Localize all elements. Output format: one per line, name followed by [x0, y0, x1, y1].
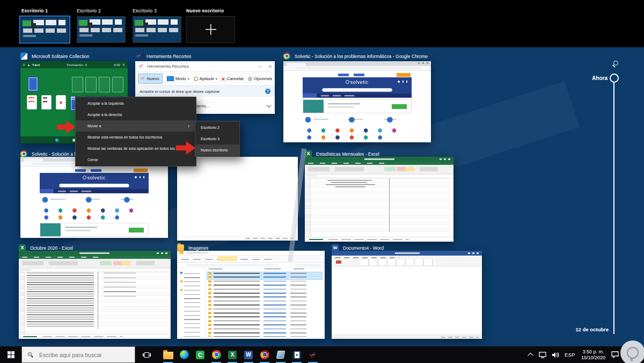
chrome-mid-window-thumbnail[interactable]: solvetic: [20, 157, 168, 238]
volume-button[interactable]: [549, 346, 562, 363]
menu-item-show-window-all-desktops[interactable]: Mostrar esta ventana en todos los escrit…: [76, 132, 196, 143]
taskbar-3d-viewer[interactable]: [273, 346, 289, 363]
desktop-3-thumbnail[interactable]: [133, 16, 181, 43]
network-icon: [539, 352, 546, 358]
word-title: Documento4 - Word: [343, 245, 384, 251]
taskbar-solitaire[interactable]: ♠: [289, 346, 305, 363]
new-game-icon: [55, 139, 58, 142]
sheet-tabs: [19, 334, 171, 339]
new-desktop-button[interactable]: [186, 16, 235, 43]
site-features: [40, 195, 149, 206]
pencil-icon: ✎: [122, 63, 125, 67]
excel-stats-window-thumbnail[interactable]: [305, 157, 453, 242]
excel-oct-window-header[interactable]: X Octubre 2020 - Excel: [19, 244, 73, 252]
submenu-item-new-desktop[interactable]: Nuevo escritorio: [195, 144, 239, 156]
desktop-1-preview: [21, 17, 69, 42]
taskbar-word[interactable]: W: [240, 346, 257, 363]
tableau-card: ♣♣♣♣: [41, 95, 52, 110]
excel-oct-window-thumbnail[interactable]: [19, 251, 171, 339]
start-button[interactable]: [0, 346, 21, 363]
clock-icon: [194, 77, 198, 81]
taskbar-snipping-tool[interactable]: ✂: [305, 346, 321, 363]
camtasia-icon: C: [196, 351, 204, 359]
solitaire-icon: ♠: [292, 351, 301, 359]
menu-item-snap-right[interactable]: Acoplar a la derecha: [76, 109, 196, 120]
browser-page: solvetic: [283, 71, 431, 139]
snipping-titlebar: ✂ Herramienta Recortes – ×: [135, 61, 275, 72]
taskbar-search[interactable]: [21, 346, 135, 363]
task-view-screen: Escritorio 1 Escritorio 2 Escritorio 3 N…: [0, 0, 644, 363]
timeline-now-marker: [610, 74, 619, 83]
chrome-top-window-thumbnail[interactable]: solvetic: [283, 61, 431, 142]
snipping-hint: Arrastre el cursor al área que desee cap…: [140, 89, 221, 94]
site-banner: [303, 99, 412, 113]
site-hero: solvetic: [40, 173, 149, 189]
site-category-icons: [40, 207, 149, 221]
desktop-1-label: Escritorio 1: [21, 8, 48, 13]
tray-time: 3:50 p. m.: [581, 349, 605, 355]
chrome-icon: [283, 53, 290, 60]
help-icon: ?: [265, 89, 270, 94]
cancel-button: × Cancelar: [222, 76, 244, 82]
delay-button: Aplazar▾: [194, 76, 217, 81]
excel-stats-title: Estadísticas Mensuales - Excel: [316, 151, 379, 157]
column-headers: [209, 268, 323, 270]
word-ribbon: [332, 256, 482, 266]
explorer-window-header[interactable]: Imagenes: [177, 244, 208, 252]
word-window-thumbnail[interactable]: [332, 251, 482, 339]
site-nav: [303, 93, 412, 98]
menu-item-snap-left[interactable]: Acoplar a la izquierda: [76, 98, 196, 109]
desktop-2-label: Escritorio 2: [77, 8, 101, 13]
snipping-window-header[interactable]: ✂ Herramienta Recortes: [135, 52, 191, 60]
desktop-1-thumbnail[interactable]: [19, 16, 70, 43]
solitaire-difficulty: Fácil: [32, 63, 40, 67]
explorer-ribbon: [177, 256, 325, 263]
word-window-header[interactable]: W Documento4 - Word: [332, 244, 384, 252]
timeline-search-icon[interactable]: [611, 60, 621, 70]
scissors-icon: ✂: [140, 75, 147, 83]
action-center-button[interactable]: [609, 346, 621, 363]
excel-stats-window-header[interactable]: X Estadísticas Mensuales - Excel: [305, 150, 379, 158]
taskbar-camtasia[interactable]: C: [192, 346, 208, 363]
up-icon: ▲: [27, 63, 31, 67]
menu-item-move-to[interactable]: Mover a: [76, 120, 196, 132]
explorer-window-thumbnail[interactable]: [177, 251, 325, 339]
taskbar-chrome-profile[interactable]: [257, 346, 273, 363]
search-input[interactable]: [38, 351, 126, 359]
desktop-2-thumbnail[interactable]: [77, 16, 126, 43]
hidden-icons-button[interactable]: [526, 346, 536, 363]
snipping-hint-row: Arrastre el cursor al área que desee cap…: [135, 86, 275, 97]
row-headers: [19, 272, 25, 334]
network-button[interactable]: [536, 346, 549, 363]
menu-item-close[interactable]: Cerrar: [76, 154, 196, 165]
word-statusbar: [332, 335, 482, 339]
chrome-profile-icon: [260, 350, 269, 359]
taskbar-file-explorer[interactable]: [160, 346, 176, 363]
blank-window-thumbnail[interactable]: [177, 157, 298, 241]
row-headers: [305, 178, 311, 237]
taskbar-edge[interactable]: [176, 346, 192, 363]
timeline-date-label: 12 de octubre: [566, 326, 609, 332]
chrome-top-window-header[interactable]: Solvetic - Solución a los problemas info…: [283, 52, 428, 60]
file-icons: [208, 272, 211, 337]
cancel-x-icon: ×: [222, 76, 225, 82]
tray-date: 15/10/2020: [581, 355, 605, 361]
solitaire-window-header[interactable]: Microsoft Solitaire Collection: [20, 52, 89, 60]
taskbar-excel[interactable]: X: [224, 346, 240, 363]
language-indicator[interactable]: ESP: [562, 346, 578, 363]
cells: [25, 272, 171, 334]
options-button: Opciones: [248, 76, 272, 81]
solitaire-title: Microsoft Solitaire Collection: [32, 54, 89, 59]
desktops-bar: Escritorio 1 Escritorio 2 Escritorio 3 N…: [0, 0, 644, 47]
site-logo: solvetic: [303, 79, 412, 85]
task-view-button[interactable]: [137, 346, 156, 363]
gear-icon: [248, 77, 252, 81]
mode-icon: [167, 76, 174, 81]
folder-icon: [177, 244, 184, 251]
taskbar-chrome[interactable]: [208, 346, 224, 363]
chrome-mid-window-header[interactable]: Solvetic - Solución a lo: [20, 150, 78, 158]
clock[interactable]: 3:50 p. m. 15/10/2020: [578, 349, 609, 361]
snipping-toolbar: ✂ Nuevo Modo▾ Aplazar▾ × Cancelar Opcion…: [135, 72, 275, 86]
submenu-item-desktop-2[interactable]: Escritorio 2: [195, 122, 239, 133]
submenu-item-desktop-3[interactable]: Escritorio 3: [195, 133, 239, 144]
